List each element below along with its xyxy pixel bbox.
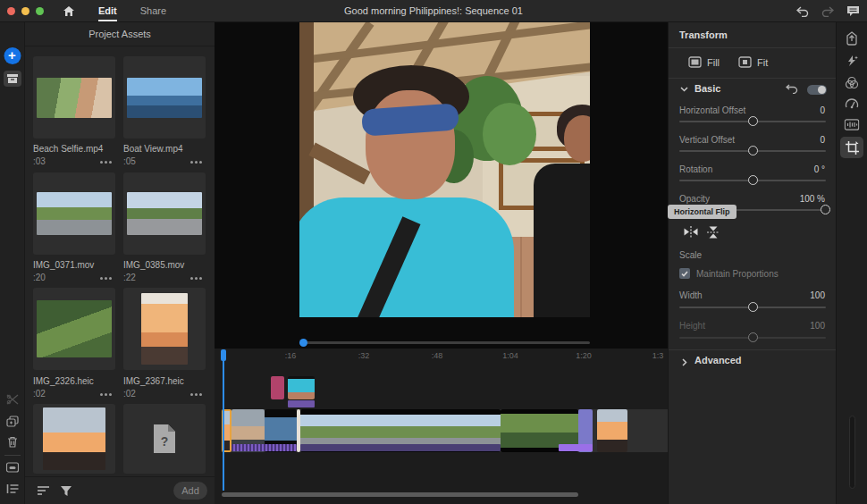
check-icon [681, 271, 688, 277]
graphics-icon[interactable] [845, 31, 859, 46]
add-to-timeline-button[interactable]: Add [173, 482, 207, 500]
asset-tile-missing[interactable]: ? [123, 404, 206, 474]
playhead[interactable] [223, 349, 224, 491]
effect-toggle[interactable] [807, 85, 827, 95]
asset-thumbnail [43, 407, 105, 470]
toolbar-divider [4, 455, 21, 456]
tab-share[interactable]: Share [140, 5, 166, 16]
preview-scrubber[interactable] [299, 341, 590, 344]
preview-video[interactable] [299, 22, 590, 317]
window-controls[interactable] [7, 7, 50, 15]
asset-menu-icon[interactable] [190, 161, 202, 164]
opacity-label: Opacity [679, 194, 710, 204]
zoom-window-icon[interactable] [36, 7, 44, 15]
asset-name: Beach Selfie.mp4 [33, 144, 103, 154]
h-offset-slider[interactable] [679, 121, 826, 122]
width-label: Width [679, 290, 703, 300]
media-bin-icon[interactable] [4, 71, 21, 87]
panel-title: Transform [679, 29, 728, 40]
asset-tile[interactable] [33, 288, 115, 370]
home-icon[interactable] [63, 5, 75, 17]
asset-tile[interactable] [123, 172, 206, 255]
overlay-audio-clip[interactable] [288, 400, 315, 407]
track-controls-icon[interactable] [6, 483, 19, 494]
v-offset-value[interactable]: 0 [820, 135, 825, 145]
fit-button[interactable]: Fit [738, 56, 768, 68]
add-media-icon[interactable]: + [4, 47, 21, 64]
asset-menu-icon[interactable] [100, 161, 112, 164]
asset-tile[interactable] [33, 56, 115, 139]
opacity-value[interactable]: 100 % [800, 194, 825, 204]
ruler-label: :48 [432, 351, 443, 360]
speed-icon[interactable] [845, 97, 859, 109]
sort-icon[interactable] [38, 486, 49, 495]
asset-tile[interactable] [33, 172, 115, 255]
project-assets-panel: Project Assets Beach Selfie.mp4 :03 Boat… [25, 22, 215, 504]
preview-monitor: 00:0000 01:2705 [215, 22, 668, 349]
reset-icon[interactable] [786, 83, 798, 94]
audio-strip[interactable] [300, 444, 501, 451]
color-icon[interactable] [845, 76, 859, 89]
playhead-handle[interactable] [221, 349, 226, 361]
advanced-section-label[interactable]: Advanced [694, 355, 742, 365]
undo-icon[interactable] [796, 6, 809, 17]
chevron-down-icon[interactable] [680, 87, 688, 92]
rotation-value[interactable]: 0 ° [814, 164, 825, 174]
vertical-flip-icon[interactable] [707, 226, 720, 239]
asset-duration: :03 [33, 156, 46, 166]
asset-duration: :02 [33, 389, 46, 399]
delete-clip-icon[interactable] [7, 436, 18, 448]
asset-thumbnail [127, 78, 202, 118]
asset-thumbnail [127, 192, 202, 235]
asset-menu-icon[interactable] [190, 393, 202, 396]
h-offset-value[interactable]: 0 [820, 105, 825, 115]
title-clip[interactable] [271, 376, 284, 399]
timeline-panel: :16 :32 :48 1:04 1:20 1:3 [215, 349, 668, 504]
project-toolbar: + [0, 22, 25, 504]
width-slider[interactable] [679, 307, 826, 308]
chevron-right-icon[interactable] [682, 358, 687, 366]
timeline-clip[interactable] [597, 409, 627, 452]
asset-name: IMG_0385.mov [123, 260, 184, 270]
duplicate-clip-icon[interactable] [6, 416, 19, 427]
horizontal-flip-icon[interactable] [684, 226, 698, 238]
fill-label: Fill [707, 57, 720, 68]
audio-strip[interactable] [231, 444, 297, 451]
redo-icon[interactable] [821, 6, 834, 17]
panel-scrollbar[interactable] [849, 416, 855, 489]
rotation-slider[interactable] [679, 180, 826, 181]
fill-button[interactable]: Fill [688, 56, 720, 68]
asset-duration: :20 [33, 273, 46, 282]
transform-icon[interactable] [840, 137, 863, 158]
asset-tile[interactable] [33, 404, 115, 474]
maintain-proportions-checkbox[interactable] [679, 268, 690, 279]
close-window-icon[interactable] [7, 7, 15, 15]
voiceover-panel-icon[interactable] [5, 462, 19, 473]
tab-edit[interactable]: Edit [98, 5, 117, 16]
feedback-icon[interactable] [846, 5, 860, 17]
filter-icon[interactable] [61, 486, 72, 496]
main-track[interactable] [222, 409, 668, 452]
asset-tile[interactable] [123, 56, 206, 139]
audio-strip[interactable] [559, 444, 593, 451]
overlay-video-clip[interactable] [288, 376, 315, 399]
asset-tile[interactable] [123, 288, 206, 370]
scrubber-handle[interactable] [299, 339, 307, 347]
svg-text:?: ? [161, 434, 169, 449]
timeline-scrollbar[interactable] [222, 492, 578, 497]
asset-duration: :05 [123, 156, 136, 166]
asset-menu-icon[interactable] [100, 393, 112, 396]
width-value[interactable]: 100 [810, 290, 825, 300]
asset-thumbnail [37, 78, 112, 118]
v-offset-slider[interactable] [679, 150, 826, 152]
asset-name: IMG_2326.heic [33, 376, 94, 386]
split-clip-icon[interactable] [6, 394, 19, 405]
ruler-label: :16 [285, 351, 297, 360]
minimize-window-icon[interactable] [21, 7, 29, 15]
ruler-label: 1:04 [502, 351, 518, 360]
effects-icon[interactable] [845, 55, 859, 67]
asset-menu-icon[interactable] [100, 277, 112, 280]
audio-icon[interactable] [845, 119, 860, 130]
maintain-proportions-label: Maintain Proportions [696, 269, 779, 279]
asset-menu-icon[interactable] [190, 277, 202, 280]
